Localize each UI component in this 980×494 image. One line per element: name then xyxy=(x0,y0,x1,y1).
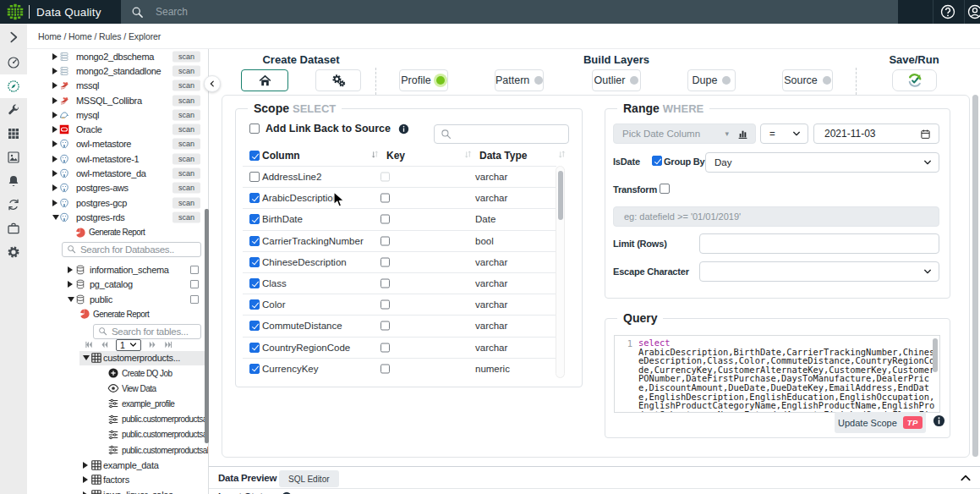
tree-caret-icon[interactable] xyxy=(52,97,57,104)
tree-row-label[interactable]: public.customerproductsale xyxy=(122,430,209,439)
key-checkbox[interactable] xyxy=(381,343,390,352)
tree-row-label[interactable]: factors xyxy=(103,475,209,485)
scrollbar-thumb[interactable] xyxy=(558,171,563,220)
tree-search-input[interactable]: Search for Databases.. xyxy=(62,242,201,257)
breadcrumb[interactable]: Home / Home / Rules / Explorer xyxy=(38,31,161,41)
global-search-input[interactable]: Search xyxy=(121,0,898,24)
key-checkbox[interactable] xyxy=(381,279,390,288)
update-scope-button[interactable]: Update Scope TP xyxy=(835,412,926,433)
key-checkbox[interactable] xyxy=(381,257,390,266)
isdate-checkbox[interactable] xyxy=(652,156,662,166)
tree-row[interactable]: customerproducts... xyxy=(27,351,209,366)
tree-row-label[interactable]: example_data xyxy=(103,460,209,470)
transform-input[interactable]: eg: datefield >= '01/01/2019' xyxy=(613,206,939,227)
help-icon[interactable] xyxy=(940,4,955,19)
tree-caret-icon[interactable] xyxy=(52,184,57,191)
tree-row[interactable]: 1 xyxy=(27,339,209,351)
pick-date-column-select[interactable]: Pick Date Column ▾ xyxy=(613,124,756,144)
tree-caret-icon[interactable] xyxy=(68,281,73,288)
bar-chart-icon[interactable] xyxy=(737,129,748,140)
sql-code[interactable]: selectArabicDescription,BirthDate,Carrie… xyxy=(638,338,936,413)
datatype-header-label[interactable]: Data Type xyxy=(479,150,527,162)
groupby-select[interactable]: Day xyxy=(705,152,939,173)
tree-caret-icon[interactable] xyxy=(52,112,57,118)
scan-badge[interactable]: scan xyxy=(172,51,200,62)
tree-caret-icon[interactable] xyxy=(52,82,57,89)
last-page-icon[interactable] xyxy=(163,340,172,349)
tree-row[interactable]: public.customerproductsale xyxy=(27,442,209,458)
scan-badge[interactable]: scan xyxy=(172,168,200,179)
collapse-sidebar-button[interactable] xyxy=(204,75,221,92)
tree-row[interactable]: owl-metastore-1 scan xyxy=(27,151,209,166)
select-all-checkbox[interactable] xyxy=(249,151,260,161)
tree-row[interactable]: public xyxy=(27,292,209,307)
editor-scrollbar[interactable] xyxy=(932,337,939,387)
nav-tools[interactable] xyxy=(0,98,27,122)
tree-row[interactable]: mongo2_dbschema scan xyxy=(27,49,209,63)
tree-caret-icon[interactable] xyxy=(83,355,90,360)
tree-caret-icon[interactable] xyxy=(52,215,59,220)
transform-checkbox[interactable] xyxy=(660,184,670,194)
scan-badge[interactable]: scan xyxy=(172,124,200,135)
sort-icon[interactable] xyxy=(558,150,566,162)
tree-row-label[interactable]: example_profile xyxy=(122,399,209,409)
sort-icon[interactable] xyxy=(464,150,472,162)
column-checkbox[interactable] xyxy=(249,321,260,331)
key-checkbox[interactable] xyxy=(381,236,390,245)
scope-search-input[interactable] xyxy=(434,124,569,144)
page-scrollbar-thumb[interactable] xyxy=(972,95,978,457)
data-preview-tab[interactable]: Data Preview xyxy=(218,473,276,483)
scan-badge[interactable]: scan xyxy=(172,197,200,208)
key-checkbox[interactable] xyxy=(381,173,390,182)
tree-caret-icon[interactable] xyxy=(52,200,57,206)
tree-row-label[interactable]: Generate Report xyxy=(89,228,209,237)
tree-row[interactable]: Oracle scan xyxy=(27,123,209,137)
date-input[interactable]: 2021-11-03 xyxy=(813,124,939,144)
tree-row[interactable]: information_schema xyxy=(27,262,209,277)
scan-badge[interactable]: scan xyxy=(172,95,200,106)
tree-row-label[interactable]: iowa_liquor_sales xyxy=(103,490,209,494)
page-select[interactable]: 1 xyxy=(116,339,141,351)
scan-badge[interactable]: scan xyxy=(172,65,200,76)
nav-settings[interactable] xyxy=(0,240,27,264)
tree-row[interactable]: Search for Databases.. xyxy=(27,242,209,257)
tree-row[interactable]: mongo2_standadlone scan xyxy=(27,63,209,78)
sql-editor[interactable]: 1 selectArabicDescription,BirthDate,Carr… xyxy=(614,335,940,413)
schema-checkbox[interactable] xyxy=(190,266,199,274)
layer-toggle-button[interactable]: Profile xyxy=(399,69,448,91)
nav-catalog-case[interactable] xyxy=(0,217,27,240)
schema-checkbox[interactable] xyxy=(190,280,199,288)
layer-toggle-button[interactable]: Pattern xyxy=(495,69,544,91)
calendar-icon[interactable] xyxy=(920,129,931,140)
tree-row-label[interactable]: public.customerproductsale xyxy=(122,446,209,455)
tree-row[interactable]: postgres-aws scan xyxy=(27,181,209,195)
tree-row[interactable]: example_data xyxy=(27,458,209,473)
column-checkbox[interactable] xyxy=(249,364,260,374)
nav-dashboard[interactable] xyxy=(0,51,27,74)
scan-badge[interactable]: scan xyxy=(172,80,200,91)
key-header-label[interactable]: Key xyxy=(386,150,405,162)
column-checkbox[interactable] xyxy=(249,193,260,203)
tree-caret-icon[interactable] xyxy=(83,462,88,469)
tree-row[interactable]: iowa_liquor_sales xyxy=(27,487,209,494)
scrollbar-thumb[interactable] xyxy=(933,338,938,372)
column-checkbox[interactable] xyxy=(249,172,260,182)
tree-row-label[interactable]: View Data xyxy=(122,384,209,393)
tree-row-label[interactable]: Create DQ Job xyxy=(122,369,209,378)
tree-search-input[interactable]: Search for tables... xyxy=(93,324,201,339)
scan-badge[interactable]: scan xyxy=(172,211,200,222)
tree-row[interactable]: example_profile xyxy=(27,396,209,411)
tree-row[interactable]: postgres-gcp scan xyxy=(27,195,209,210)
tree-caret-icon[interactable] xyxy=(52,53,57,60)
home-button[interactable] xyxy=(241,69,288,91)
tree-row[interactable]: owl-metastore scan xyxy=(27,137,209,151)
column-checkbox[interactable] xyxy=(249,343,260,353)
tree-row[interactable]: MSSQL_Collibra scan xyxy=(27,93,209,107)
limit-rows-input[interactable] xyxy=(699,233,939,254)
column-header-label[interactable]: Column xyxy=(262,150,300,162)
key-checkbox[interactable] xyxy=(381,194,390,203)
tree-row[interactable]: public.customerproductsale xyxy=(27,427,209,442)
tree-caret-icon[interactable] xyxy=(52,126,57,133)
column-checkbox[interactable] xyxy=(249,257,260,267)
layer-toggle-button[interactable]: Outlier xyxy=(592,69,641,91)
